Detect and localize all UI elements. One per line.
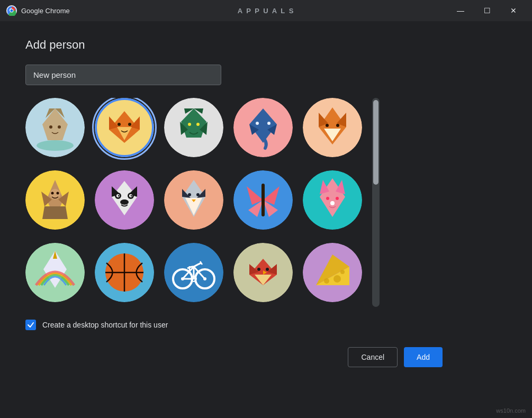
svg-point-109 [333,275,341,283]
avatar-origami-dragon[interactable] [164,98,223,157]
avatar-origami-cat[interactable] [25,98,85,157]
svg-point-57 [118,195,120,197]
button-row: Cancel Add [25,347,451,367]
svg-point-110 [324,278,329,284]
svg-point-27 [196,123,200,126]
avatar-bicycle[interactable] [164,243,223,302]
scrollbar-track[interactable] [372,98,380,307]
desktop-shortcut-checkbox[interactable] [25,320,36,330]
avatar-origami-unicorn[interactable] [25,243,85,302]
svg-point-9 [49,125,52,129]
avatar-origami-fox[interactable] [95,98,154,157]
chrome-logo-icon [6,5,17,16]
svg-point-80 [330,201,335,205]
svg-point-26 [188,123,191,126]
svg-point-32 [256,122,259,125]
minimize-button[interactable]: — [448,2,473,19]
svg-point-104 [257,268,260,271]
avatar-origami-elephant[interactable] [233,98,293,157]
svg-point-10 [58,125,61,129]
avatar-origami-butterfly[interactable] [233,170,293,230]
svg-point-79 [336,197,339,200]
svg-point-40 [336,124,339,127]
checkbox-label: Create a desktop shortcut for this user [42,321,168,329]
titlebar: Google Chrome A P P U A L S — ☐ ✕ [0,0,532,21]
svg-point-105 [266,268,269,271]
avatar-cheese[interactable] [303,243,362,302]
svg-marker-48 [42,206,68,219]
svg-point-39 [326,124,329,127]
dialog-title: Add person [25,38,451,52]
svg-point-111 [340,270,345,274]
add-person-dialog: Add person [0,21,476,384]
titlebar-title: Google Chrome [21,7,70,15]
cancel-button[interactable]: Cancel [348,347,398,367]
svg-point-78 [326,197,329,200]
close-button[interactable]: ✕ [501,2,526,19]
avatar-origami-bird[interactable] [233,243,293,302]
avatar-origami-fox2[interactable] [303,98,362,157]
avatar-origami-panda[interactable] [95,170,154,230]
svg-point-11 [37,140,74,151]
add-button[interactable]: Add [404,347,443,367]
person-name-input[interactable] [25,65,221,85]
avatar-grid-container [25,98,451,307]
svg-point-65 [188,193,191,196]
avatar-origami-penguin[interactable] [164,170,223,230]
avatar-origami-rabbit[interactable] [303,170,362,230]
svg-point-66 [196,193,200,196]
svg-rect-73 [262,184,265,216]
svg-point-47 [57,192,59,195]
svg-point-33 [267,122,270,125]
avatar-origami-monk[interactable] [25,170,85,230]
titlebar-left: Google Chrome [6,5,70,16]
titlebar-watermark: A P P U A L S [238,7,295,15]
checkmark-icon [27,321,34,329]
titlebar-controls: — ☐ ✕ [448,2,526,19]
watermark: ws10n.com [496,407,526,414]
svg-point-46 [51,192,54,195]
checkbox-row: Create a desktop shortcut for this user [25,320,451,330]
svg-point-59 [120,199,129,205]
svg-point-18 [118,123,121,126]
avatar-grid [25,98,368,307]
scrollbar-thumb[interactable] [373,100,378,185]
avatar-basketball[interactable] [95,243,154,302]
svg-point-4 [11,10,13,12]
maximize-button[interactable]: ☐ [475,2,499,19]
svg-point-19 [128,123,131,126]
svg-point-58 [131,195,132,197]
